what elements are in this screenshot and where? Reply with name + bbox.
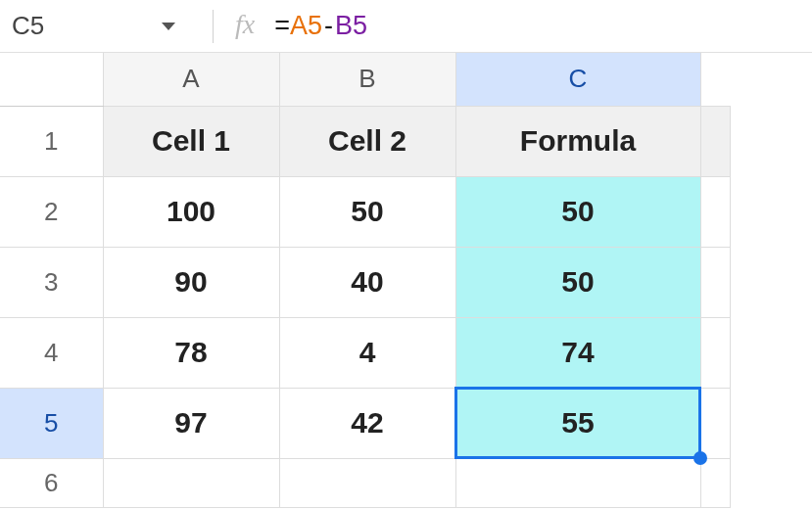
row-header-1[interactable]: 1	[0, 106, 103, 176]
row-header-4[interactable]: 4	[0, 317, 103, 388]
edge-cell	[700, 176, 730, 247]
fx-icon: fx	[235, 9, 255, 40]
cell-c3[interactable]: 50	[455, 247, 700, 317]
row-header-3[interactable]: 3	[0, 247, 103, 317]
cell-a2[interactable]: 100	[103, 176, 279, 247]
cell-c5-value: 55	[561, 406, 594, 439]
edge-cell	[700, 317, 730, 388]
edge-cell	[700, 458, 730, 507]
cell-a3[interactable]: 90	[103, 247, 279, 317]
edge-cell	[700, 388, 730, 458]
spreadsheet-grid[interactable]: A B C 1 Cell 1 Cell 2 Formula 2 100 50 5…	[0, 53, 812, 508]
cell-b3[interactable]: 40	[279, 247, 455, 317]
chevron-down-icon[interactable]	[162, 23, 175, 30]
edge-cell	[700, 247, 730, 317]
cell-b4[interactable]: 4	[279, 317, 455, 388]
column-header-b[interactable]: B	[279, 53, 455, 106]
column-header-c[interactable]: C	[455, 53, 700, 106]
select-all-corner[interactable]	[0, 53, 103, 106]
cell-a4[interactable]: 78	[103, 317, 279, 388]
name-box-text: C5	[12, 11, 162, 41]
formula-bar[interactable]: = A5 - B5	[274, 11, 367, 41]
row-header-5[interactable]: 5	[0, 388, 103, 458]
formula-ref-b5: B5	[335, 11, 367, 41]
column-header-a[interactable]: A	[103, 53, 279, 106]
edge-cell	[700, 106, 730, 176]
cell-a1[interactable]: Cell 1	[103, 106, 279, 176]
name-box[interactable]: C5	[12, 11, 203, 41]
row-header-2[interactable]: 2	[0, 176, 103, 247]
divider	[213, 10, 214, 43]
row-header-6[interactable]: 6	[0, 458, 103, 507]
cell-c2[interactable]: 50	[455, 176, 700, 247]
fill-handle[interactable]	[693, 451, 707, 465]
cell-c6[interactable]	[455, 458, 700, 507]
formula-bar-row: C5 fx = A5 - B5	[0, 0, 812, 53]
cell-a6[interactable]	[103, 458, 279, 507]
edge-column	[700, 53, 730, 106]
cell-b5[interactable]: 42	[279, 388, 455, 458]
cell-b1[interactable]: Cell 2	[279, 106, 455, 176]
cell-c4[interactable]: 74	[455, 317, 700, 388]
formula-equals: =	[274, 11, 290, 41]
cell-c5[interactable]: 55	[455, 388, 700, 458]
formula-operator: -	[324, 11, 333, 41]
cell-b6[interactable]	[279, 458, 455, 507]
formula-ref-a5: A5	[290, 11, 322, 41]
cell-c1[interactable]: Formula	[455, 106, 700, 176]
cell-a5[interactable]: 97	[103, 388, 279, 458]
cell-b2[interactable]: 50	[279, 176, 455, 247]
